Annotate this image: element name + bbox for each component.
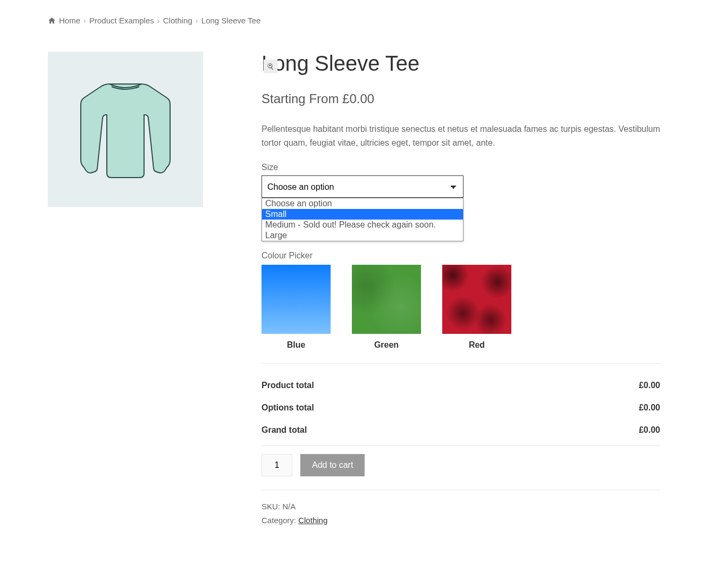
colour-swatch-blue[interactable]: Blue — [262, 265, 331, 350]
quantity-input[interactable] — [262, 454, 292, 476]
size-option[interactable]: Choose an option — [262, 198, 463, 209]
product-image[interactable] — [48, 52, 203, 207]
add-to-cart-button[interactable]: Add to cart — [300, 454, 365, 476]
sku-label: SKU: — [262, 502, 282, 511]
size-option[interactable]: Medium - Sold out! Please check again so… — [262, 220, 463, 230]
breadcrumb-clothing[interactable]: Clothing — [163, 16, 192, 25]
total-label: Product total — [262, 381, 314, 390]
size-option[interactable]: Large — [262, 230, 463, 241]
category-link[interactable]: Clothing — [298, 516, 327, 525]
product-gallery — [48, 52, 240, 527]
product-title: Long Sleeve Tee — [262, 52, 660, 75]
size-dropdown-list: Choose an optionSmallMedium - Sold out! … — [262, 198, 463, 241]
colour-swatch-green[interactable]: Green — [352, 265, 421, 350]
product-description: Pellentesque habitant morbi tristique se… — [262, 122, 660, 149]
zoom-button[interactable] — [264, 60, 277, 73]
colour-name: Blue — [262, 340, 331, 350]
colour-name: Red — [442, 340, 511, 350]
total-label: Options total — [262, 403, 314, 413]
total-value: £0.00 — [639, 425, 660, 435]
category-label: Category: — [262, 516, 298, 525]
product-meta: SKU: N/A Category: Clothing — [262, 500, 660, 527]
price-prefix: Starting From — [262, 91, 342, 106]
size-option[interactable]: Small — [262, 209, 463, 220]
colour-name: Green — [352, 340, 421, 350]
total-value: £0.00 — [639, 403, 660, 413]
chevron-right-icon: › — [196, 16, 198, 25]
product-price: Starting From £0.00 — [262, 91, 660, 106]
total-value: £0.00 — [639, 381, 660, 390]
totals-block: Product total£0.00Options total£0.00Gran… — [262, 363, 660, 446]
size-select[interactable]: Choose an option — [262, 175, 463, 198]
colour-chip — [352, 265, 421, 334]
breadcrumb-current: Long Sleeve Tee — [201, 16, 260, 25]
breadcrumb-product-examples[interactable]: Product Examples — [89, 16, 154, 25]
colour-chip — [262, 265, 331, 334]
total-row: Grand total£0.00 — [262, 419, 660, 446]
magnify-plus-icon — [267, 63, 274, 70]
breadcrumb: Home › Product Examples › Clothing › Lon… — [48, 16, 660, 25]
size-label: Size — [262, 163, 660, 172]
sku-value: N/A — [282, 502, 296, 511]
colour-label: Colour Picker — [262, 251, 660, 261]
colour-swatch-red[interactable]: Red — [442, 265, 511, 350]
price-value: £0.00 — [342, 91, 374, 106]
chevron-right-icon: › — [83, 16, 86, 25]
chevron-right-icon: › — [157, 16, 160, 25]
colour-chip — [442, 265, 511, 334]
total-row: Options total£0.00 — [262, 397, 660, 419]
home-icon — [48, 16, 56, 25]
total-row: Product total£0.00 — [262, 374, 660, 397]
breadcrumb-home[interactable]: Home — [59, 16, 80, 25]
total-label: Grand total — [262, 425, 307, 435]
